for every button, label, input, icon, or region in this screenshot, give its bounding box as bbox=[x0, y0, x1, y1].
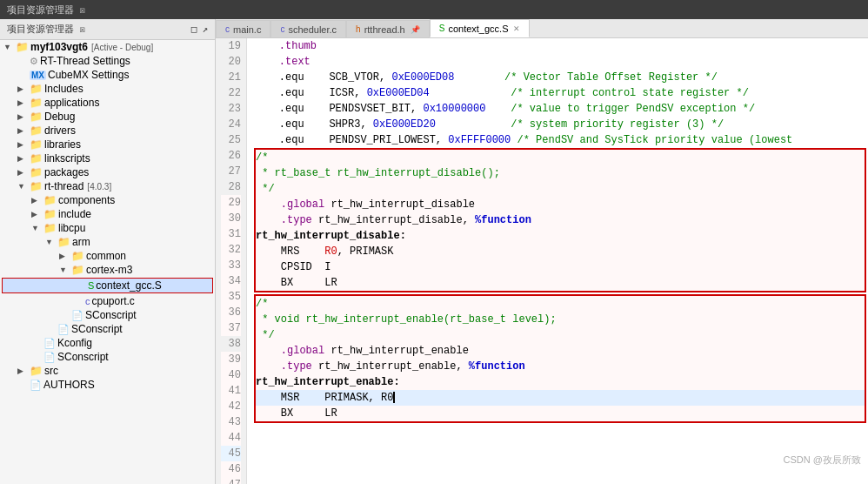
code-line: .equ SCB_VTOR, 0xE000ED08 /* Vector Tabl… bbox=[254, 70, 868, 85]
tree-label: RT-Thread Settings bbox=[40, 55, 130, 67]
line-num: 39 bbox=[221, 352, 241, 367]
tree-item-sconscript1[interactable]: 📄 SConscript bbox=[0, 308, 215, 322]
tree-item-applications[interactable]: ▶ 📁 applications bbox=[0, 96, 215, 110]
arrow-icon: ▶ bbox=[31, 196, 42, 205]
tree-label: cortex-m3 bbox=[86, 264, 132, 276]
code-content[interactable]: .thumb .text .equ SCB_VTOR, 0xE000ED08 /… bbox=[247, 38, 868, 484]
arrow-icon: ▼ bbox=[3, 43, 14, 51]
line-num: 23 bbox=[221, 101, 241, 117]
arrow-icon: ▼ bbox=[17, 182, 28, 191]
line-num: 44 bbox=[221, 430, 241, 446]
tab-scheduler-c[interactable]: c scheduler.c bbox=[270, 20, 346, 37]
line-num: 33 bbox=[221, 258, 241, 273]
code-line: BX LR bbox=[256, 406, 865, 421]
watermark: CSDN @孜辰所致 bbox=[784, 454, 861, 467]
line-num: 20 bbox=[221, 54, 241, 70]
sidebar-header-actions: □ ↗ bbox=[191, 24, 208, 35]
code-line: rt_hw_interrupt_disable: bbox=[256, 228, 865, 244]
folder-icon: 📁 bbox=[30, 180, 43, 192]
folder-icon: 📁 bbox=[30, 138, 43, 151]
code-line: */ bbox=[256, 327, 865, 343]
tree-item-rt-settings[interactable]: ⚙ RT-Thread Settings bbox=[0, 54, 215, 68]
file-s-icon: S bbox=[88, 280, 94, 291]
code-line: .thumb bbox=[254, 38, 868, 54]
tree-item-context-gcc-s[interactable]: S context_gcc.S bbox=[2, 278, 213, 293]
tree-label: arm bbox=[72, 236, 90, 248]
tree-item-rt-thread[interactable]: ▼ 📁 rt-thread [4.0.3] bbox=[0, 179, 215, 193]
collapse-icon[interactable]: □ bbox=[191, 24, 197, 35]
tree-item-cortex-m3[interactable]: ▼ 📁 cortex-m3 bbox=[0, 263, 215, 277]
code-line: */ bbox=[256, 181, 865, 197]
tree-item-drivers[interactable]: ▶ 📁 drivers bbox=[0, 124, 215, 138]
tab-main-c[interactable]: c main.c bbox=[216, 20, 270, 37]
folder-icon: 📁 bbox=[71, 264, 84, 276]
tab-c-icon: c bbox=[225, 24, 230, 34]
code-line: /* bbox=[256, 296, 865, 312]
tab-s-icon: S bbox=[439, 24, 445, 33]
tree-item-libraries[interactable]: ▶ 📁 libraries bbox=[0, 138, 215, 151]
line-num: 42 bbox=[221, 399, 241, 414]
tree-item-include-sub[interactable]: ▶ 📁 include bbox=[0, 207, 215, 221]
tree-item-kconfig[interactable]: 📄 Kconfig bbox=[0, 336, 215, 350]
code-line: * void rt_hw_interrupt_enable(rt_base_t … bbox=[256, 312, 865, 327]
tree-label: libraries bbox=[44, 138, 81, 151]
tab-rtthread-h[interactable]: h rtthread.h 📌 bbox=[346, 20, 430, 37]
line-num: 34 bbox=[221, 273, 241, 289]
code-line: .type rt_hw_interrupt_enable, %function bbox=[256, 359, 865, 374]
code-line: BX LR bbox=[256, 275, 865, 291]
line-num: 38 bbox=[221, 336, 241, 352]
expand-icon[interactable]: ↗ bbox=[202, 24, 208, 35]
tree-item-cpuport[interactable]: c cpuport.c bbox=[0, 294, 215, 308]
code-editor: 19 20 21 22 23 24 25 26 27 28 29 30 31 3… bbox=[216, 38, 868, 484]
tree-badge: [Active - Debug] bbox=[91, 43, 153, 52]
tab-context-gcc-s[interactable]: S context_gcc.S ✕ bbox=[430, 19, 531, 37]
folder-icon: 📁 bbox=[30, 124, 43, 137]
arrow-icon: ▼ bbox=[45, 238, 56, 246]
tree-item-cubemx[interactable]: MX CubeMX Settings bbox=[0, 68, 215, 82]
arrow-icon: ▼ bbox=[59, 266, 70, 274]
tree-item-common[interactable]: ▶ 📁 common bbox=[0, 249, 215, 263]
line-num: 31 bbox=[221, 226, 241, 242]
tree-item-includes[interactable]: ▶ 📁 Includes bbox=[0, 82, 215, 96]
line-num: 29 bbox=[221, 195, 241, 211]
folder-icon: 📁 bbox=[30, 152, 43, 165]
tree-item-arm[interactable]: ▼ 📁 arm bbox=[0, 235, 215, 249]
tree-label: packages bbox=[44, 166, 89, 178]
tree-item-sconscript2[interactable]: 📄 SConscript bbox=[0, 322, 215, 336]
code-line: MRS R0, PRIMASK bbox=[256, 244, 865, 259]
folder-icon: 📁 bbox=[30, 365, 43, 377]
file-icon: 📄 bbox=[43, 352, 56, 363]
line-num: 41 bbox=[221, 383, 241, 399]
code-line: CPSID I bbox=[256, 259, 865, 275]
tree-item-root[interactable]: ▼ 📁 myf103vgt6 [Active - Debug] bbox=[0, 40, 215, 54]
code-line-active: MSR PRIMASK, R0 bbox=[256, 390, 865, 406]
tree-label: linkscripts bbox=[44, 152, 90, 165]
tree-item-linkscripts[interactable]: ▶ 📁 linkscripts bbox=[0, 151, 215, 165]
tree-item-debug[interactable]: ▶ 📁 Debug bbox=[0, 110, 215, 124]
line-num: 26 bbox=[221, 148, 241, 164]
code-line: .equ ICSR, 0xE000ED04 /* interrupt contr… bbox=[254, 85, 868, 101]
arrow-icon: ▶ bbox=[17, 126, 28, 135]
tree-item-sconscript3[interactable]: 📄 SConscript bbox=[0, 350, 215, 364]
code-line: .equ SHPR3, 0xE000ED20 /* system priorit… bbox=[254, 117, 868, 132]
tree-item-packages[interactable]: ▶ 📁 packages bbox=[0, 165, 215, 179]
tab-label: scheduler.c bbox=[288, 24, 337, 35]
tree-item-components[interactable]: ▶ 📁 components bbox=[0, 193, 215, 207]
tree-item-authors[interactable]: 📄 AUTHORS bbox=[0, 378, 215, 392]
settings-icon: ⚙ bbox=[30, 56, 38, 67]
tree-label: common bbox=[86, 250, 126, 262]
code-line: /* bbox=[256, 150, 865, 165]
file-icon: 📄 bbox=[71, 310, 83, 321]
code-line: * rt_base_t rt_hw_interrupt_disable(); bbox=[256, 165, 865, 181]
tree-label: applications bbox=[44, 97, 99, 109]
tree-label: include bbox=[58, 208, 91, 220]
tree-item-src[interactable]: ▶ 📁 src bbox=[0, 364, 215, 378]
tree-label: rt-thread bbox=[44, 180, 83, 192]
arrow-icon: ▶ bbox=[17, 98, 28, 107]
folder-icon: 📁 bbox=[30, 166, 43, 178]
tab-close-icon[interactable]: ✕ bbox=[513, 24, 520, 33]
tree-item-libcpu[interactable]: ▼ 📁 libcpu bbox=[0, 221, 215, 235]
tree-label: SConscript bbox=[85, 309, 137, 321]
line-num: 19 bbox=[221, 38, 241, 54]
file-icon: 📄 bbox=[43, 338, 56, 349]
